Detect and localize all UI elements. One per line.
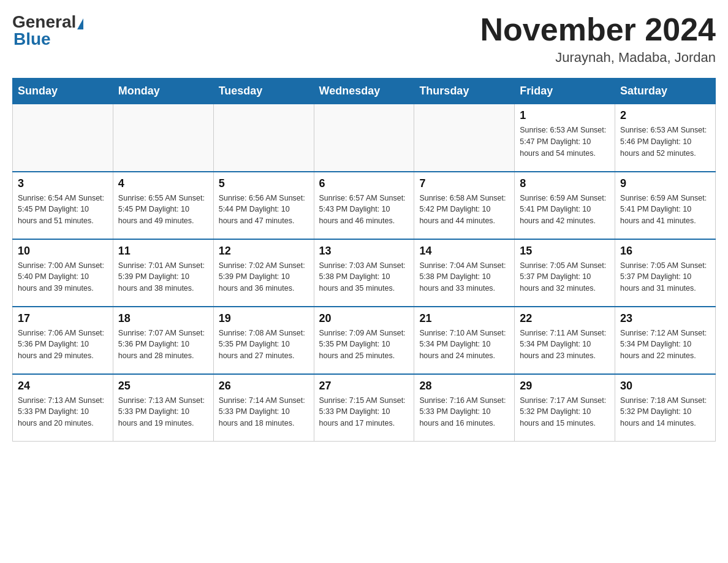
page-header: General Blue November 2024 Juraynah, Mad… bbox=[12, 12, 716, 66]
day-sun-info: Sunrise: 7:02 AM Sunset: 5:39 PM Dayligh… bbox=[219, 260, 309, 294]
day-sun-info: Sunrise: 6:59 AM Sunset: 5:41 PM Dayligh… bbox=[620, 193, 710, 227]
day-number: 8 bbox=[520, 177, 610, 190]
day-number: 2 bbox=[620, 109, 710, 122]
calendar-day-cell: 26Sunrise: 7:14 AM Sunset: 5:33 PM Dayli… bbox=[213, 374, 314, 442]
calendar-week-row: 10Sunrise: 7:00 AM Sunset: 5:40 PM Dayli… bbox=[13, 239, 716, 307]
day-number: 4 bbox=[118, 177, 208, 190]
day-sun-info: Sunrise: 6:53 AM Sunset: 5:47 PM Dayligh… bbox=[520, 124, 610, 159]
day-header-friday: Friday bbox=[515, 79, 615, 104]
day-sun-info: Sunrise: 7:12 AM Sunset: 5:34 PM Dayligh… bbox=[620, 327, 710, 362]
calendar-day-cell: 17Sunrise: 7:06 AM Sunset: 5:36 PM Dayli… bbox=[13, 307, 113, 374]
day-sun-info: Sunrise: 7:14 AM Sunset: 5:33 PM Dayligh… bbox=[219, 395, 309, 429]
day-sun-info: Sunrise: 7:17 AM Sunset: 5:32 PM Dayligh… bbox=[520, 395, 610, 429]
calendar-day-cell bbox=[113, 104, 213, 172]
calendar-day-cell: 10Sunrise: 7:00 AM Sunset: 5:40 PM Dayli… bbox=[13, 239, 113, 307]
day-sun-info: Sunrise: 7:01 AM Sunset: 5:39 PM Dayligh… bbox=[118, 260, 208, 294]
calendar-day-cell: 21Sunrise: 7:10 AM Sunset: 5:34 PM Dayli… bbox=[414, 307, 515, 374]
day-sun-info: Sunrise: 7:08 AM Sunset: 5:35 PM Dayligh… bbox=[219, 327, 309, 362]
day-sun-info: Sunrise: 6:56 AM Sunset: 5:44 PM Dayligh… bbox=[219, 193, 309, 227]
day-number: 29 bbox=[520, 380, 610, 393]
day-sun-info: Sunrise: 7:11 AM Sunset: 5:34 PM Dayligh… bbox=[520, 327, 610, 362]
month-title: November 2024 bbox=[480, 12, 716, 47]
day-sun-info: Sunrise: 7:10 AM Sunset: 5:34 PM Dayligh… bbox=[419, 327, 509, 362]
calendar-week-row: 1Sunrise: 6:53 AM Sunset: 5:47 PM Daylig… bbox=[13, 104, 716, 172]
day-number: 5 bbox=[219, 177, 309, 190]
calendar-day-cell: 9Sunrise: 6:59 AM Sunset: 5:41 PM Daylig… bbox=[615, 172, 716, 239]
calendar-day-cell bbox=[314, 104, 414, 172]
calendar-day-cell: 18Sunrise: 7:07 AM Sunset: 5:36 PM Dayli… bbox=[113, 307, 213, 374]
day-number: 28 bbox=[419, 380, 509, 393]
day-number: 22 bbox=[520, 312, 610, 325]
day-number: 23 bbox=[620, 312, 710, 325]
calendar-day-cell: 22Sunrise: 7:11 AM Sunset: 5:34 PM Dayli… bbox=[515, 307, 615, 374]
calendar-day-cell: 13Sunrise: 7:03 AM Sunset: 5:38 PM Dayli… bbox=[314, 239, 414, 307]
calendar-day-cell: 14Sunrise: 7:04 AM Sunset: 5:38 PM Dayli… bbox=[414, 239, 515, 307]
day-sun-info: Sunrise: 7:03 AM Sunset: 5:38 PM Dayligh… bbox=[319, 260, 409, 294]
calendar-day-cell: 16Sunrise: 7:05 AM Sunset: 5:37 PM Dayli… bbox=[615, 239, 716, 307]
calendar-day-cell bbox=[213, 104, 314, 172]
day-header-tuesday: Tuesday bbox=[213, 79, 314, 104]
day-header-saturday: Saturday bbox=[615, 79, 716, 104]
calendar-day-cell: 6Sunrise: 6:57 AM Sunset: 5:43 PM Daylig… bbox=[314, 172, 414, 239]
day-number: 27 bbox=[319, 380, 409, 393]
calendar-day-cell bbox=[414, 104, 515, 172]
day-header-monday: Monday bbox=[113, 79, 213, 104]
day-number: 24 bbox=[18, 380, 108, 393]
day-number: 15 bbox=[520, 245, 610, 258]
day-sun-info: Sunrise: 6:54 AM Sunset: 5:45 PM Dayligh… bbox=[18, 193, 108, 227]
calendar-day-cell: 4Sunrise: 6:55 AM Sunset: 5:45 PM Daylig… bbox=[113, 172, 213, 239]
day-number: 25 bbox=[118, 380, 208, 393]
day-number: 7 bbox=[419, 177, 509, 190]
calendar-day-cell: 19Sunrise: 7:08 AM Sunset: 5:35 PM Dayli… bbox=[213, 307, 314, 374]
day-sun-info: Sunrise: 6:55 AM Sunset: 5:45 PM Dayligh… bbox=[118, 193, 208, 227]
day-sun-info: Sunrise: 7:15 AM Sunset: 5:33 PM Dayligh… bbox=[319, 395, 409, 429]
calendar-table: SundayMondayTuesdayWednesdayThursdayFrid… bbox=[12, 78, 716, 442]
day-sun-info: Sunrise: 7:16 AM Sunset: 5:33 PM Dayligh… bbox=[419, 395, 509, 429]
title-block: November 2024 Juraynah, Madaba, Jordan bbox=[480, 12, 716, 66]
calendar-day-cell bbox=[13, 104, 113, 172]
day-number: 21 bbox=[419, 312, 509, 325]
day-sun-info: Sunrise: 7:06 AM Sunset: 5:36 PM Dayligh… bbox=[18, 327, 108, 362]
day-header-wednesday: Wednesday bbox=[314, 79, 414, 104]
logo-triangle-icon bbox=[77, 18, 83, 29]
calendar-day-cell: 24Sunrise: 7:13 AM Sunset: 5:33 PM Dayli… bbox=[13, 374, 113, 442]
calendar-day-cell: 1Sunrise: 6:53 AM Sunset: 5:47 PM Daylig… bbox=[515, 104, 615, 172]
day-header-thursday: Thursday bbox=[414, 79, 515, 104]
day-number: 1 bbox=[520, 109, 610, 122]
calendar-day-cell: 20Sunrise: 7:09 AM Sunset: 5:35 PM Dayli… bbox=[314, 307, 414, 374]
day-sun-info: Sunrise: 6:58 AM Sunset: 5:42 PM Dayligh… bbox=[419, 193, 509, 227]
day-number: 19 bbox=[219, 312, 309, 325]
calendar-day-cell: 12Sunrise: 7:02 AM Sunset: 5:39 PM Dayli… bbox=[213, 239, 314, 307]
day-sun-info: Sunrise: 7:05 AM Sunset: 5:37 PM Dayligh… bbox=[520, 260, 610, 294]
day-sun-info: Sunrise: 6:53 AM Sunset: 5:46 PM Dayligh… bbox=[620, 124, 710, 159]
calendar-day-cell: 28Sunrise: 7:16 AM Sunset: 5:33 PM Dayli… bbox=[414, 374, 515, 442]
day-sun-info: Sunrise: 6:57 AM Sunset: 5:43 PM Dayligh… bbox=[319, 193, 409, 227]
calendar-day-cell: 7Sunrise: 6:58 AM Sunset: 5:42 PM Daylig… bbox=[414, 172, 515, 239]
day-number: 16 bbox=[620, 245, 710, 258]
day-sun-info: Sunrise: 7:05 AM Sunset: 5:37 PM Dayligh… bbox=[620, 260, 710, 294]
calendar-day-cell: 30Sunrise: 7:18 AM Sunset: 5:32 PM Dayli… bbox=[615, 374, 716, 442]
day-number: 11 bbox=[118, 245, 208, 258]
day-sun-info: Sunrise: 7:07 AM Sunset: 5:36 PM Dayligh… bbox=[118, 327, 208, 362]
day-sun-info: Sunrise: 7:09 AM Sunset: 5:35 PM Dayligh… bbox=[319, 327, 409, 362]
day-header-sunday: Sunday bbox=[13, 79, 113, 104]
calendar-day-cell: 8Sunrise: 6:59 AM Sunset: 5:41 PM Daylig… bbox=[515, 172, 615, 239]
logo-blue-text: Blue bbox=[12, 29, 51, 49]
day-sun-info: Sunrise: 6:59 AM Sunset: 5:41 PM Dayligh… bbox=[520, 193, 610, 227]
calendar-day-cell: 5Sunrise: 6:56 AM Sunset: 5:44 PM Daylig… bbox=[213, 172, 314, 239]
day-sun-info: Sunrise: 7:13 AM Sunset: 5:33 PM Dayligh… bbox=[118, 395, 208, 429]
day-sun-info: Sunrise: 7:18 AM Sunset: 5:32 PM Dayligh… bbox=[620, 395, 710, 429]
day-number: 14 bbox=[419, 245, 509, 258]
calendar-week-row: 3Sunrise: 6:54 AM Sunset: 5:45 PM Daylig… bbox=[13, 172, 716, 239]
day-sun-info: Sunrise: 7:04 AM Sunset: 5:38 PM Dayligh… bbox=[419, 260, 509, 294]
calendar-day-cell: 2Sunrise: 6:53 AM Sunset: 5:46 PM Daylig… bbox=[615, 104, 716, 172]
logo: General Blue bbox=[12, 12, 85, 49]
calendar-week-row: 17Sunrise: 7:06 AM Sunset: 5:36 PM Dayli… bbox=[13, 307, 716, 374]
calendar-day-cell: 27Sunrise: 7:15 AM Sunset: 5:33 PM Dayli… bbox=[314, 374, 414, 442]
day-number: 17 bbox=[18, 312, 108, 325]
day-number: 26 bbox=[219, 380, 309, 393]
day-number: 10 bbox=[18, 245, 108, 258]
calendar-day-cell: 15Sunrise: 7:05 AM Sunset: 5:37 PM Dayli… bbox=[515, 239, 615, 307]
calendar-day-cell: 3Sunrise: 6:54 AM Sunset: 5:45 PM Daylig… bbox=[13, 172, 113, 239]
calendar-day-cell: 25Sunrise: 7:13 AM Sunset: 5:33 PM Dayli… bbox=[113, 374, 213, 442]
